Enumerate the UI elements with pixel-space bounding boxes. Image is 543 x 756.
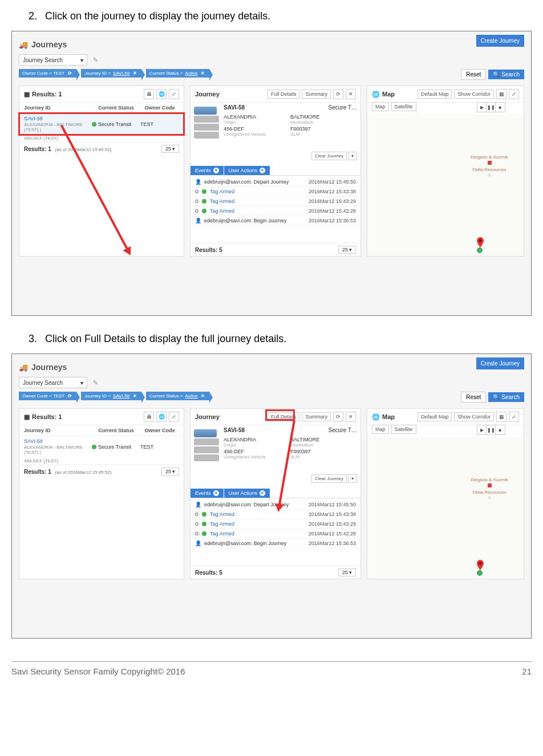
col-journey-id[interactable]: Journey ID (24, 105, 92, 111)
event-link[interactable]: Tag Armed (210, 208, 305, 214)
create-journey-button[interactable]: Create Journey (476, 35, 524, 47)
user-icon: 👤 (195, 179, 201, 185)
user-icon: 👤 (195, 218, 201, 223)
results-row-2: 456-DEF (TEST) (19, 135, 184, 142)
map-type-satellite[interactable]: Satellite (391, 102, 416, 111)
grid-icon: ▦ (24, 91, 30, 98)
pause-icon[interactable]: ❚❚ (487, 425, 496, 434)
clear-journey-dropdown[interactable]: ▾ (348, 474, 357, 483)
event-row: Tag Armed2016Mar12 15:42:28 (191, 206, 360, 216)
show-corridor-button[interactable]: Show Corridor (454, 90, 494, 99)
step-3-number: 3. (29, 333, 42, 345)
print-icon[interactable]: 🖶 (144, 89, 154, 99)
play-icon[interactable]: ▶ (477, 425, 487, 434)
expand-icon[interactable]: ⤢ (509, 412, 519, 422)
reset-button[interactable]: Reset (461, 392, 486, 403)
stop-icon[interactable]: ■ (496, 103, 505, 112)
tab-user-actions[interactable]: User Actions✕ (224, 166, 271, 175)
filter-status[interactable]: Current Status = Active ✕ (146, 392, 209, 400)
journey-search-select[interactable]: Journey Search▾ (19, 54, 87, 66)
events-list: 👤edebruijn@savi.com: Depart Journey2016M… (191, 177, 360, 241)
default-map-button[interactable]: Default Map (418, 412, 452, 421)
event-row: Tag Armed2016Mar12 15:43:29 (191, 197, 360, 206)
globe-icon[interactable]: 🌐 (156, 412, 167, 422)
filter-owner[interactable]: Owner Code = TEST ⟳ (19, 392, 76, 400)
grid-icon[interactable]: ▦ (496, 89, 506, 99)
filter-journey-id[interactable]: Journey ID = SAVI-58 ✕ (81, 69, 141, 78)
footer-copyright: Savi Security Sensor Family Copyright© 2… (11, 666, 185, 676)
filter-journey-id[interactable]: Journey ID = SAVI-58 ✕ (81, 392, 141, 400)
page-title: Journeys (31, 363, 67, 372)
col-owner[interactable]: Owner Code (140, 105, 179, 111)
search-row: Journey Search▾ ✎ (19, 54, 524, 66)
annotation-highlight-box (265, 409, 295, 421)
pause-icon[interactable]: ❚❚ (487, 103, 496, 112)
refresh-icon[interactable]: ⟳ (333, 412, 343, 422)
results-pager[interactable]: 25 ▾ (161, 468, 179, 475)
results-pager[interactable]: 25 ▾ (161, 145, 179, 153)
col-status[interactable]: Current Status (92, 105, 140, 111)
close-icon[interactable]: ✕ (346, 412, 356, 422)
event-row: Tag Armed2016Mar12 15:43:38 (191, 187, 360, 197)
map-type-map[interactable]: Map (372, 425, 389, 434)
filter-owner[interactable]: Owner Code = TEST ⟳ (19, 69, 76, 78)
results-title: Results: 1 (32, 91, 62, 97)
journey-panel: Journey Full Details Summary ⟳ ✕ SAVI-58… (190, 408, 361, 579)
full-details-button[interactable]: Full Details (268, 90, 300, 99)
expand-icon[interactable]: ⤢ (169, 89, 179, 99)
poi-label-2: Delta Resources (461, 167, 518, 172)
journey-title: Journey (195, 91, 220, 97)
globe-icon: 🌐 (372, 413, 380, 421)
event-row: 👤edebruijn@savi.com: Depart Journey2016M… (191, 177, 360, 187)
globe-icon[interactable]: 🌐 (156, 89, 167, 99)
event-link[interactable]: Tag Armed (210, 189, 305, 194)
summary-button[interactable]: Summary (302, 412, 331, 421)
show-corridor-button[interactable]: Show Corridor (454, 412, 494, 421)
stop-icon[interactable]: ■ (496, 425, 505, 434)
create-journey-button[interactable]: Create Journey (476, 357, 524, 369)
close-icon[interactable]: ✕ (346, 89, 356, 99)
expand-icon[interactable]: ⤢ (169, 412, 179, 422)
journey-id: SAVI-58 (224, 104, 245, 111)
results-row[interactable]: SAVI-58 ALEXANDRIA - BALTIMORE (TEST) | … (19, 436, 184, 457)
journey-status: Secure T… (329, 104, 357, 111)
results-row-selected[interactable]: SAVI-58 ALEXANDRIA - BALTIMORE (TEST) | … (19, 113, 184, 135)
print-icon[interactable]: 🖶 (144, 412, 154, 422)
summary-button[interactable]: Summary (302, 90, 331, 99)
default-map-button[interactable]: Default Map (418, 90, 452, 99)
search-button[interactable]: 🔍 Search (488, 392, 524, 402)
clear-journey-button[interactable]: Clear Journey (311, 474, 347, 483)
event-link[interactable]: Tag Armed (210, 198, 305, 204)
expand-icon[interactable]: ⤢ (509, 89, 519, 99)
edit-icon[interactable]: ✎ (93, 56, 98, 64)
journey-search-select[interactable]: Journey Search▾ (19, 377, 87, 388)
edit-icon[interactable]: ✎ (93, 379, 98, 387)
page-title: Journeys (31, 40, 67, 49)
truck-icon: 🚚 (19, 40, 28, 49)
map-type-satellite[interactable]: Satellite (391, 425, 416, 434)
step-2-text: 2. Click on the journey to display the j… (29, 10, 532, 22)
refresh-icon[interactable]: ⟳ (333, 89, 343, 99)
map-type-map[interactable]: Map (372, 102, 389, 111)
tab-events[interactable]: Events✕ (191, 489, 224, 498)
tab-events[interactable]: Events✕ (191, 166, 224, 175)
poi-label-1: Delgado & Kuzmik (461, 155, 518, 160)
journey-search-label: Journey Search (23, 57, 63, 63)
row-owner: TEST (140, 121, 179, 127)
events-pager[interactable]: 25 ▾ (338, 246, 356, 254)
play-icon[interactable]: ▶ (477, 103, 487, 112)
reset-button[interactable]: Reset (461, 69, 486, 80)
events-pager[interactable]: 25 ▾ (338, 568, 356, 576)
search-button[interactable]: 🔍 Search (488, 70, 524, 79)
vehicle-icons (194, 107, 219, 139)
map-canvas[interactable]: Delgado & Kuzmik Delta Resources ⌂ (367, 115, 524, 256)
row-journey-id[interactable]: SAVI-58 (24, 116, 92, 121)
map-canvas[interactable]: Delgado & Kuzmik Delta Resources ⌂ (367, 437, 524, 579)
grid-icon[interactable]: ▦ (496, 412, 506, 422)
clear-journey-dropdown[interactable]: ▾ (348, 152, 357, 160)
tab-user-actions[interactable]: User Actions✕ (224, 489, 271, 498)
filter-status[interactable]: Current Status = Active ✕ (146, 69, 209, 78)
clear-journey-button[interactable]: Clear Journey (311, 152, 347, 160)
journey-panel: Journey Full Details Summary ⟳ ✕ SAVI-58… (190, 86, 361, 257)
row-journey-sub: ALEXANDRIA - BALTIMORE (TEST) | (24, 122, 92, 132)
